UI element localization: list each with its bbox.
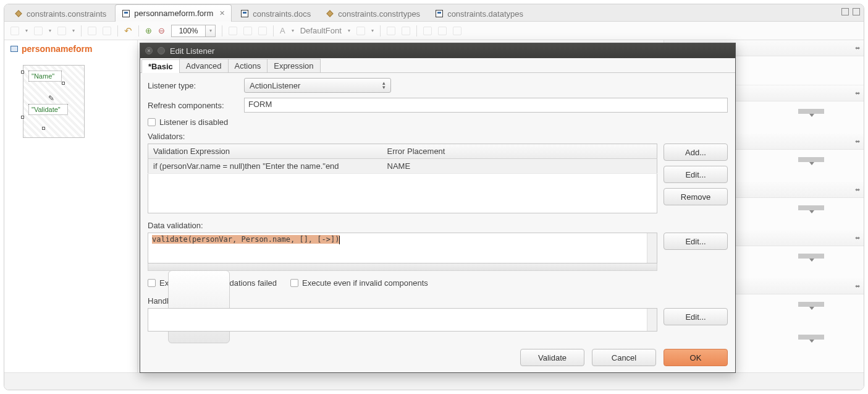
toolbar-button[interactable]: [453, 27, 461, 35]
cancel-button[interactable]: Cancel: [592, 349, 656, 366]
listener-type-combo[interactable]: ActionListener ▴▾: [244, 78, 391, 93]
zoom-out-icon[interactable]: ⊖: [158, 26, 165, 35]
ok-button[interactable]: OK: [664, 349, 728, 366]
chevron-down-icon[interactable]: [798, 109, 824, 114]
editor-tab-personnameform[interactable]: personnameform.form ✕: [115, 4, 232, 22]
toolbar-button[interactable]: [258, 27, 267, 35]
chevron-down-icon[interactable]: [798, 254, 824, 259]
toolbar-button[interactable]: [438, 27, 447, 35]
minimize-icon[interactable]: [841, 8, 849, 15]
form-icon: [240, 9, 249, 18]
outline-panel: personnameform "Name" ✎ "Validate": [4, 40, 138, 390]
diamond-icon: [326, 9, 334, 18]
table-row[interactable]: if (personVar.name = null)then "Enter th…: [148, 159, 657, 174]
form-icon: [122, 9, 130, 18]
chevron-down-icon[interactable]: [798, 157, 824, 162]
handle-expression-input[interactable]: [148, 308, 657, 332]
toolbar-button[interactable]: [57, 27, 66, 35]
outline-title-label: personnameform: [22, 44, 92, 54]
label-data-validation: Data validation:: [148, 221, 728, 230]
dialog-title: Edit Listener: [170, 46, 214, 56]
diamond-icon: [14, 9, 23, 18]
zoom-in-icon[interactable]: ⊕: [145, 26, 152, 35]
listener-disabled-checkbox[interactable]: Listener is disabled: [148, 118, 728, 127]
edit-handle-expression-button[interactable]: Edit...: [664, 308, 728, 325]
toolbar-button[interactable]: [243, 27, 252, 35]
chevron-down-icon[interactable]: [798, 335, 824, 340]
edit-listener-dialog: × Edit Listener *Basic Advanced Actions …: [140, 43, 736, 373]
toolbar-button[interactable]: [423, 27, 432, 35]
expand-icon[interactable]: ⬌: [855, 283, 860, 289]
expand-icon[interactable]: ⬌: [855, 90, 860, 96]
editor-tab-constraints-constrtypes[interactable]: constraints.constrtypes: [319, 6, 426, 21]
checkbox-label: Execute even if invalid components: [302, 278, 428, 288]
edit-data-validation-button[interactable]: Edit...: [664, 233, 728, 250]
editor-tab-label: constraints.constraints: [27, 9, 106, 19]
editor-tab-constraints-constraints[interactable]: constraints.constraints: [8, 6, 112, 21]
dialog-tabset: *Basic Advanced Actions Expression: [140, 58, 735, 73]
close-icon[interactable]: ✕: [219, 9, 225, 17]
toolbar-button[interactable]: [356, 27, 365, 35]
checkbox-icon: [148, 279, 156, 287]
editor-toolbar: ▾ ▾ ▾ ↶ ⊕ ⊖ 100% ▾ A▾ DefaultFont ▾ ▾: [4, 22, 864, 40]
combo-value: ActionListener: [250, 81, 300, 90]
thumbnail-field-name: "Name": [28, 71, 62, 82]
expand-icon[interactable]: ⬌: [855, 186, 860, 193]
cell-placement: NAME: [382, 159, 657, 174]
scrollbar-vertical[interactable]: [647, 309, 657, 331]
table-header-expression[interactable]: Validation Expression: [148, 144, 382, 159]
chevron-down-icon[interactable]: [798, 302, 824, 307]
zoom-input[interactable]: 100%: [171, 25, 206, 37]
tab-advanced[interactable]: Advanced: [179, 59, 229, 72]
expand-icon[interactable]: ⬌: [855, 234, 860, 241]
minimize-icon[interactable]: [158, 47, 165, 54]
thumbnail-field-validate: "Validate": [28, 104, 68, 115]
remove-button[interactable]: Remove: [664, 188, 728, 205]
close-icon[interactable]: ×: [145, 47, 153, 54]
refresh-components-input[interactable]: FORM: [244, 98, 728, 113]
editor-tab-constraints-datatypes[interactable]: constraints.datatypes: [429, 6, 529, 21]
tab-basic[interactable]: *Basic: [141, 59, 180, 73]
chevron-down-icon[interactable]: [798, 205, 824, 210]
editor-tab-constraints-docs[interactable]: constraints.docs: [234, 6, 317, 21]
label-listener-type: Listener type:: [148, 81, 244, 90]
checkbox-icon: [148, 118, 156, 126]
expand-icon[interactable]: ⬌: [855, 138, 860, 145]
cell-expression: if (personVar.name = null)then "Enter th…: [148, 159, 382, 174]
table-header-placement[interactable]: Error Placement: [382, 144, 657, 159]
editor-tabstrip: constraints.constraints personnameform.f…: [4, 4, 864, 22]
validate-button[interactable]: Validate: [520, 349, 584, 366]
add-button[interactable]: Add...: [664, 143, 728, 161]
toolbar-button[interactable]: [11, 27, 19, 35]
edit-button[interactable]: Edit...: [664, 166, 728, 183]
form-icon: [435, 9, 444, 18]
undo-icon[interactable]: ↶: [124, 25, 132, 36]
toolbar-button[interactable]: [387, 27, 395, 35]
scrollbar-vertical[interactable]: [647, 233, 657, 263]
tab-actions[interactable]: Actions: [228, 59, 268, 72]
font-selector[interactable]: DefaultFont: [300, 26, 342, 35]
form-thumbnail[interactable]: "Name" ✎ "Validate": [23, 65, 85, 138]
editor-tab-label: constraints.constrtypes: [338, 9, 420, 19]
input-value: validate(personVar, Person.name, [], [->…: [152, 235, 339, 244]
validators-table[interactable]: Validation Expression Error Placement if…: [148, 143, 657, 213]
checkbox-label: Listener is disabled: [159, 118, 228, 127]
tab-expression[interactable]: Expression: [267, 59, 320, 72]
toolbar-button[interactable]: [34, 27, 43, 35]
toolbar-button[interactable]: [402, 27, 410, 35]
toolbar-button[interactable]: [103, 27, 111, 35]
toolbar-button[interactable]: [229, 27, 237, 35]
form-icon: [11, 46, 18, 52]
scrollbar-horizontal[interactable]: [148, 263, 657, 271]
label-refresh-components: Refresh components:: [148, 101, 244, 110]
zoom-dropdown[interactable]: ▾: [206, 25, 216, 37]
outline-title[interactable]: personnameform: [4, 40, 137, 59]
expand-icon[interactable]: ⬌: [855, 45, 860, 51]
data-validation-input[interactable]: validate(personVar, Person.name, [], [->…: [148, 233, 657, 263]
toolbar-button[interactable]: [88, 27, 96, 35]
dialog-titlebar[interactable]: × Edit Listener: [140, 43, 735, 58]
label-validators: Validators:: [148, 132, 728, 141]
maximize-icon[interactable]: [853, 8, 860, 15]
label-handle-expression: Handle expression:: [148, 296, 728, 306]
execute-even-invalid-checkbox[interactable]: Execute even if invalid components: [290, 278, 428, 288]
